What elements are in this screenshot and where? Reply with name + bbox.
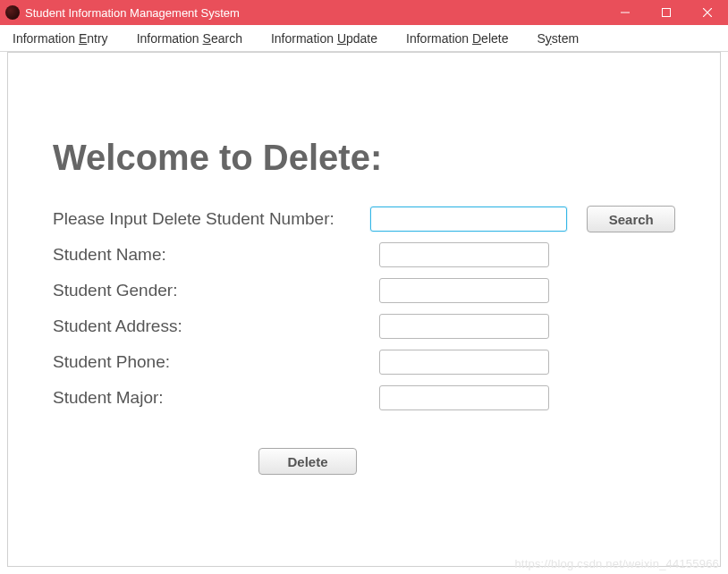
page-heading: Welcome to Delete: bbox=[53, 138, 675, 178]
delete-row: Delete bbox=[53, 448, 675, 475]
watermark: https://blog.csdn.net/weixin_44155966 bbox=[514, 557, 719, 570]
svg-rect-1 bbox=[663, 9, 671, 17]
app-icon bbox=[5, 5, 20, 20]
search-button[interactable]: Search bbox=[587, 206, 675, 232]
student-major-input[interactable] bbox=[379, 385, 549, 410]
maximize-button[interactable] bbox=[646, 0, 687, 25]
menu-system[interactable]: System bbox=[533, 28, 582, 49]
student-name-input[interactable] bbox=[379, 242, 549, 267]
titlebar: Student Information Management System bbox=[0, 0, 728, 25]
student-gender-row: Student Gender: bbox=[53, 276, 675, 305]
student-phone-row: Student Phone: bbox=[53, 348, 675, 376]
close-icon bbox=[703, 8, 712, 17]
student-address-row: Student Address: bbox=[53, 312, 675, 341]
menu-information-entry[interactable]: Information Entry bbox=[9, 28, 112, 49]
maximize-icon bbox=[662, 8, 671, 17]
student-number-row: Please Input Delete Student Number: Sear… bbox=[53, 205, 675, 233]
menu-information-delete[interactable]: Information Delete bbox=[402, 28, 512, 49]
student-phone-input[interactable] bbox=[379, 350, 549, 375]
content-panel: Welcome to Delete: Please Input Delete S… bbox=[7, 52, 721, 567]
student-address-label: Student Address: bbox=[53, 317, 379, 336]
student-phone-label: Student Phone: bbox=[53, 352, 379, 372]
student-number-input[interactable] bbox=[370, 207, 567, 232]
menu-information-search[interactable]: Information Search bbox=[133, 28, 246, 49]
student-major-label: Student Major: bbox=[53, 388, 379, 408]
window-title: Student Information Management System bbox=[25, 6, 240, 20]
student-gender-label: Student Gender: bbox=[53, 281, 379, 300]
menu-information-update[interactable]: Information Update bbox=[267, 28, 381, 49]
minimize-icon bbox=[621, 8, 630, 17]
close-button[interactable] bbox=[687, 0, 728, 25]
minimize-button[interactable] bbox=[605, 0, 646, 25]
student-number-label: Please Input Delete Student Number: bbox=[53, 209, 370, 229]
delete-button[interactable]: Delete bbox=[258, 448, 357, 475]
student-name-row: Student Name: bbox=[53, 241, 675, 269]
student-address-input[interactable] bbox=[379, 314, 549, 339]
student-name-label: Student Name: bbox=[53, 245, 379, 265]
student-major-row: Student Major: bbox=[53, 384, 675, 412]
menubar: Information Entry Information Search Inf… bbox=[0, 25, 728, 52]
student-gender-input[interactable] bbox=[379, 278, 549, 303]
